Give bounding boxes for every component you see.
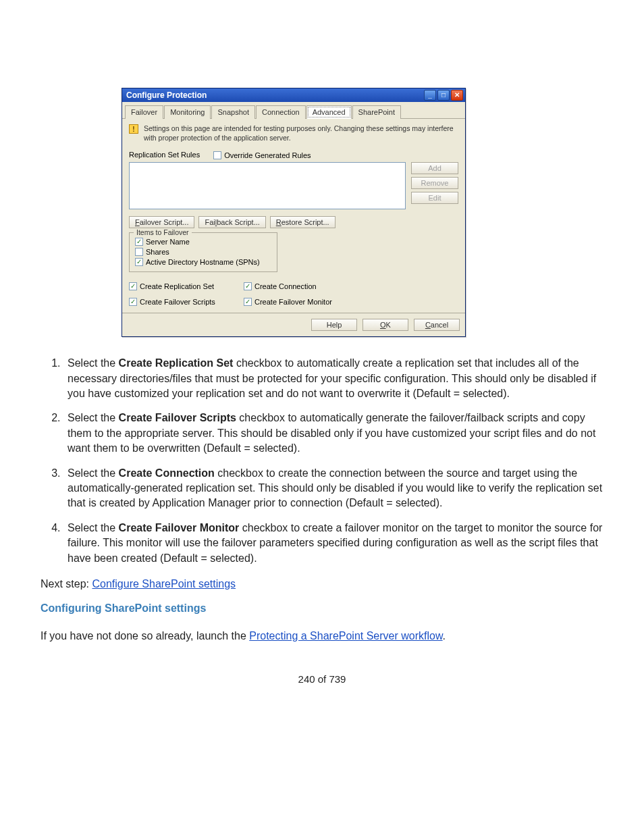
item-pre: Select the [68, 357, 119, 369]
titlebar[interactable]: Configure Protection _ □ ✕ [122, 88, 465, 102]
shares-label: Shares [146, 248, 169, 256]
edit-button[interactable]: Edit [411, 192, 458, 204]
page-number: 240 of 739 [41, 672, 603, 686]
next-step-link[interactable]: Configure SharePoint settings [92, 578, 236, 590]
shares-checkbox[interactable] [135, 248, 143, 256]
script-buttons-row: Failover Script... Failback Script... Re… [129, 216, 458, 228]
item-bold: Create Connection [119, 467, 215, 479]
items-to-failover-group: Items to Failover ✓Server Name Shares ✓A… [129, 232, 277, 272]
para-prefix: If you have not done so already, launch … [41, 630, 249, 642]
tab-connection[interactable]: Connection [256, 105, 306, 119]
workflow-link[interactable]: Protecting a SharePoint Server workflow [249, 630, 442, 642]
item-bold: Create Replication Set [119, 357, 234, 369]
next-step-line: Next step: Configure SharePoint settings [41, 577, 603, 592]
advanced-pane: ! Settings on this page are intended for… [122, 119, 465, 313]
maximize-icon: □ [441, 92, 446, 99]
create-options: ✓Create Replication Set ✓Create Connecti… [129, 280, 458, 306]
dialog-footer: Help OK Cancel [122, 313, 465, 336]
override-label: Override Generated Rules [224, 151, 311, 159]
configure-protection-window: Configure Protection _ □ ✕ Failover Moni… [122, 88, 466, 337]
tab-sharepoint[interactable]: SharePoint [352, 105, 401, 119]
list-item: Select the Create Connection checkbox to… [63, 466, 603, 511]
window-title: Configure Protection [126, 90, 207, 100]
window-controls: _ □ ✕ [424, 90, 463, 101]
add-button[interactable]: Add [411, 162, 458, 174]
close-button[interactable]: ✕ [451, 90, 463, 101]
section-heading: Configuring SharePoint settings [41, 601, 603, 616]
cancel-button[interactable]: Cancel [414, 319, 460, 331]
item-pre: Select the [68, 467, 119, 479]
tab-bar: Failover Monitoring Snapshot Connection … [122, 102, 465, 119]
warning-icon: ! [129, 124, 138, 134]
tab-advanced[interactable]: Advanced [306, 105, 352, 119]
item-bold: Create Failover Monitor [119, 522, 240, 533]
minimize-icon: _ [428, 92, 432, 99]
rules-side-buttons: Add Remove Edit [411, 162, 458, 209]
item-pre: Select the [68, 522, 119, 533]
rules-listbox[interactable] [129, 162, 406, 209]
tab-snapshot[interactable]: Snapshot [211, 105, 254, 119]
tab-failover[interactable]: Failover [125, 105, 163, 119]
restore-script-button[interactable]: Restore Script... [270, 216, 336, 228]
create-repset-label: Create Replication Set [140, 282, 214, 290]
minimize-button[interactable]: _ [424, 90, 436, 101]
adh-checkbox[interactable]: ✓ [135, 258, 143, 266]
create-repset-checkbox[interactable]: ✓ [129, 282, 137, 290]
remove-button[interactable]: Remove [411, 177, 458, 189]
item-pre: Select the [68, 412, 119, 423]
warning-row: ! Settings on this page are intended for… [129, 124, 458, 142]
create-connection-label: Create Connection [254, 282, 317, 290]
server-name-checkbox[interactable]: ✓ [135, 238, 143, 246]
tab-monitoring[interactable]: Monitoring [164, 105, 211, 119]
ok-button[interactable]: OK [363, 319, 408, 331]
override-checkbox[interactable] [213, 151, 221, 159]
rules-area: Add Remove Edit [129, 162, 458, 209]
warning-text: Settings on this page are intended for t… [144, 124, 458, 142]
adh-label: Active Directory Hostname (SPNs) [146, 258, 260, 266]
maximize-button[interactable]: □ [437, 90, 450, 101]
items-legend: Items to Failover [134, 228, 192, 236]
instruction-list: Select the Create Replication Set checkb… [41, 356, 603, 566]
close-icon: ✕ [454, 92, 460, 99]
para-suffix: . [443, 630, 446, 642]
create-failover-monitor-checkbox[interactable]: ✓ [244, 298, 252, 306]
server-name-label: Server Name [146, 238, 190, 246]
create-failover-scripts-checkbox[interactable]: ✓ [129, 298, 137, 306]
list-item: Select the Create Failover Monitor check… [63, 521, 603, 566]
item-bold: Create Failover Scripts [119, 412, 236, 423]
replication-rules-label: Replication Set Rules [129, 151, 200, 159]
create-connection-checkbox[interactable]: ✓ [244, 282, 252, 290]
failback-script-button[interactable]: Failback Script... [198, 216, 265, 228]
list-item: Select the Create Failover Scripts check… [63, 411, 603, 456]
help-button[interactable]: Help [311, 319, 357, 331]
document-body: Select the Create Replication Set checkb… [41, 356, 603, 686]
paragraph: If you have not done so already, launch … [41, 629, 603, 644]
create-failover-monitor-label: Create Failover Monitor [254, 298, 332, 306]
rules-row: Replication Set Rules Override Generated… [129, 149, 458, 159]
create-failover-scripts-label: Create Failover Scripts [140, 298, 215, 306]
failover-script-button[interactable]: Failover Script... [129, 216, 194, 228]
list-item: Select the Create Replication Set checkb… [63, 356, 603, 401]
next-prefix: Next step: [41, 578, 92, 590]
